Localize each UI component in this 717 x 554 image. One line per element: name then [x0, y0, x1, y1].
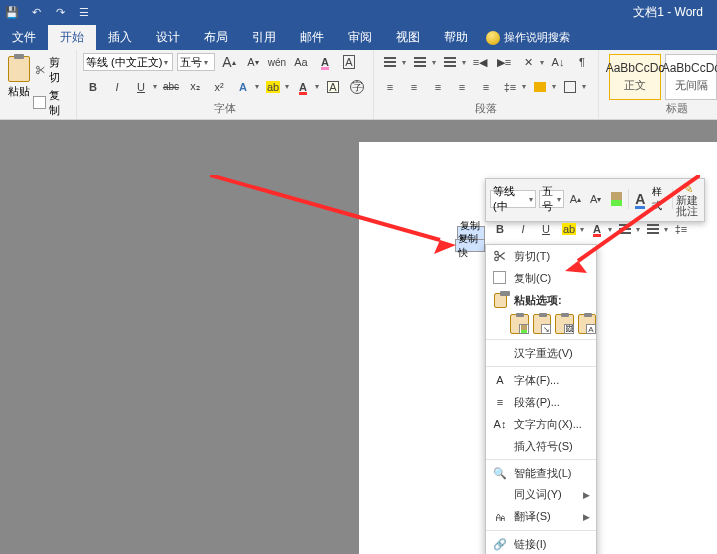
font-size-combo[interactable]: 五号▾	[177, 53, 215, 71]
font-color-icon[interactable]: A	[293, 77, 313, 97]
paste-text-only-icon[interactable]: A	[578, 314, 597, 334]
style-normal[interactable]: AaBbCcDc 正文	[609, 54, 661, 100]
undo-icon[interactable]: ↶	[28, 5, 44, 21]
mini-toolbar: 等线 (中▾ 五号▾ A▴ A▾ A 样式 ✎ 新建批注 B I U ab▾ A…	[485, 178, 705, 222]
ctx-paragraph[interactable]: ≡段落(P)...	[486, 391, 596, 413]
underline-icon[interactable]: U	[131, 77, 151, 97]
mini-size-combo[interactable]: 五号▾	[539, 190, 564, 208]
mini-bullets-icon[interactable]	[615, 219, 635, 239]
ctx-insert-symbol[interactable]: 插入符号(S)	[486, 435, 596, 457]
asian-layout-icon[interactable]: ✕	[518, 52, 538, 72]
line-spacing-icon[interactable]: ‡≡	[500, 77, 520, 97]
change-case-icon[interactable]: Aa	[291, 52, 311, 72]
ctx-translate[interactable]: 🗛翻译(S)▶	[486, 506, 596, 528]
touch-mode-icon[interactable]: ☰	[76, 5, 92, 21]
numbering-icon[interactable]	[410, 52, 430, 72]
align-center-icon[interactable]: ≡	[404, 77, 424, 97]
tab-mailings[interactable]: 邮件	[288, 25, 336, 50]
paste-picture-icon[interactable]: 🖼	[555, 314, 574, 334]
bullets-icon[interactable]	[380, 52, 400, 72]
tab-home[interactable]: 开始	[48, 25, 96, 50]
tab-review[interactable]: 审阅	[336, 25, 384, 50]
shading-icon[interactable]	[530, 77, 550, 97]
tab-insert[interactable]: 插入	[96, 25, 144, 50]
distributed-icon[interactable]: ≡	[476, 77, 496, 97]
show-marks-icon[interactable]: ¶	[572, 52, 592, 72]
link-icon: 🔗	[492, 536, 508, 552]
mini-new-comment[interactable]: ✎ 新建批注	[676, 181, 700, 217]
cut-button[interactable]: 剪切	[35, 55, 70, 85]
italic-icon[interactable]: I	[107, 77, 127, 97]
tab-help[interactable]: 帮助	[432, 25, 480, 50]
group-label: 段落	[380, 101, 592, 117]
clipboard-icon	[8, 56, 30, 82]
tab-references[interactable]: 引用	[240, 25, 288, 50]
borders-icon[interactable]	[560, 77, 580, 97]
mini-format-painter-icon[interactable]	[607, 189, 624, 209]
mini-font-combo[interactable]: 等线 (中▾	[490, 190, 536, 208]
mini-shrink-icon[interactable]: A▾	[587, 189, 604, 209]
paste-merge-format-icon[interactable]: ↘	[533, 314, 552, 334]
tab-layout[interactable]: 布局	[192, 25, 240, 50]
enclose-char-icon[interactable]: 字	[347, 77, 367, 97]
ctx-copy[interactable]: 复制(C)	[486, 267, 596, 289]
mini-italic-icon[interactable]: I	[513, 219, 533, 239]
char-shading-icon[interactable]: A	[323, 77, 343, 97]
mini-underline-icon[interactable]: U	[536, 219, 556, 239]
paste-label: 粘贴	[8, 84, 30, 99]
ctx-text-direction[interactable]: A↕文字方向(X)...	[486, 413, 596, 435]
group-label: 字体	[83, 101, 367, 117]
indent-inc-icon[interactable]: ▶≡	[494, 52, 514, 72]
ctx-link[interactable]: 🔗链接(I)	[486, 533, 596, 554]
align-left-icon[interactable]: ≡	[380, 77, 400, 97]
copy-button[interactable]: 复制	[35, 88, 70, 118]
paragraph-icon: ≡	[492, 394, 508, 410]
group-label: 标题	[605, 101, 717, 117]
redo-icon[interactable]: ↷	[52, 5, 68, 21]
mini-highlight-icon[interactable]: ab	[559, 219, 579, 239]
mini-style-label: 样式	[652, 185, 669, 213]
chevron-right-icon: ▶	[583, 512, 590, 522]
strike-icon[interactable]: abc	[161, 77, 181, 97]
bold-icon[interactable]: B	[83, 77, 103, 97]
clipboard-icon	[492, 292, 508, 308]
shrink-font-icon[interactable]: A▾	[243, 52, 263, 72]
tab-design[interactable]: 设计	[144, 25, 192, 50]
separator	[486, 530, 596, 531]
phonetic-guide-icon[interactable]: wén	[267, 52, 287, 72]
subscript-icon[interactable]: x₂	[185, 77, 205, 97]
selected-text-line2[interactable]: 复制快	[455, 239, 485, 252]
mini-styles-icon[interactable]: A	[632, 189, 649, 209]
paste-keep-source-icon[interactable]	[510, 314, 529, 334]
save-icon[interactable]: 💾	[4, 5, 20, 21]
border-char-icon[interactable]: A	[339, 52, 359, 72]
mini-bold-icon[interactable]: B	[490, 219, 510, 239]
ctx-synonyms[interactable]: 同义词(Y)▶	[486, 484, 596, 506]
superscript-icon[interactable]: x²	[209, 77, 229, 97]
align-right-icon[interactable]: ≡	[428, 77, 448, 97]
search-icon: 🔍	[492, 465, 508, 481]
chevron-right-icon: ▶	[583, 490, 590, 500]
separator	[486, 459, 596, 460]
sort-icon[interactable]: A↓	[548, 52, 568, 72]
indent-dec-icon[interactable]: ≡◀	[470, 52, 490, 72]
tab-view[interactable]: 视图	[384, 25, 432, 50]
multilevel-icon[interactable]	[440, 52, 460, 72]
clear-format-icon[interactable]: A	[315, 52, 335, 72]
mini-numbering-icon[interactable]	[643, 219, 663, 239]
tab-file[interactable]: 文件	[0, 25, 48, 50]
ctx-smart-lookup[interactable]: 🔍智能查找(L)	[486, 462, 596, 484]
mini-grow-icon[interactable]: A▴	[567, 189, 584, 209]
grow-font-icon[interactable]: A▴	[219, 52, 239, 72]
mini-fontcolor-icon[interactable]: A	[587, 219, 607, 239]
tell-me[interactable]: 操作说明搜索	[486, 25, 570, 50]
text-effects-icon[interactable]: A	[233, 77, 253, 97]
ctx-reconvert[interactable]: 汉字重选(V)	[486, 342, 596, 364]
ctx-cut[interactable]: 剪切(T)	[486, 245, 596, 267]
highlight-icon[interactable]: ab	[263, 77, 283, 97]
mini-spacing-icon[interactable]: ‡≡	[671, 219, 691, 239]
font-name-combo[interactable]: 等线 (中文正文)▾	[83, 53, 173, 71]
ctx-font[interactable]: A字体(F)...	[486, 369, 596, 391]
justify-icon[interactable]: ≡	[452, 77, 472, 97]
style-no-spacing[interactable]: AaBbCcDc 无间隔	[665, 54, 717, 100]
